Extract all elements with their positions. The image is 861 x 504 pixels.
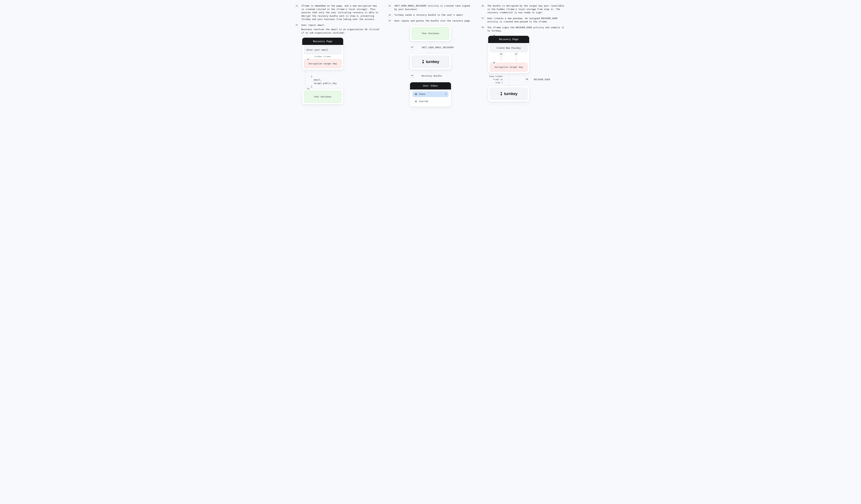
inbox-icon (414, 93, 417, 96)
chevron-down-icon: ⌄ (429, 51, 432, 54)
step-03: 03 INIT_USER_EMAIL_RECOVERY activity is … (387, 4, 474, 11)
step-badge-02: 02 (295, 24, 299, 27)
step-badge-06: 06 (480, 4, 485, 8)
your-business-slot-mid: Your business (412, 27, 449, 39)
step-text-06: The bundle is decrypted by the target ke… (487, 4, 566, 14)
connector-label-04: Recovery Bundle (422, 74, 442, 78)
recovery-page-card-right: 05 Recovery Page Create New Passkey 05 0… (488, 36, 529, 73)
recovery-page-header-right: Recovery Page (488, 36, 529, 43)
your-business-card-left: 02 Your business (302, 89, 343, 104)
step-text-05: User copies and pastes the bundle into t… (394, 19, 474, 23)
connector-04: 04 Recovery Bundle ⌄ (410, 70, 451, 82)
user-inbox-header: User Inbox (410, 82, 451, 89)
step-badge-07: 07 (480, 17, 485, 20)
turnkey-logo: turnkey (412, 56, 449, 68)
step-text-03: INIT_USER_EMAIL_RECOVERY activity is cre… (394, 4, 474, 11)
split-arrows: 05 07 ⌄ ⌄ (490, 54, 528, 60)
column-left: 01 Iframe is embedded on the page, and a… (295, 4, 381, 107)
step-08: 08 The iframe signs the RECOVER_USER act… (480, 26, 566, 32)
step-badge-03: 03 (387, 4, 392, 8)
recovery-page-header: Recovery Page (302, 38, 343, 45)
connector-left-payload: ⌄ { email, target_public_key } (302, 70, 343, 89)
payload-json: { email, target_public_key } (311, 75, 337, 88)
email-input[interactable]: Enter your email (304, 46, 341, 54)
encryption-target-key-right: 06 encryption target key (490, 63, 528, 71)
turnkey-mark-icon (500, 92, 503, 95)
step-text-01: Iframe is embedded on the page, and a ne… (301, 4, 381, 21)
chevron-down-icon: ⌄ (515, 58, 518, 60)
connector-08: 08 Same hidden frame as step 1 RECOVER_U… (488, 73, 529, 86)
step-01: 01 Iframe is embedded on the page, and a… (295, 4, 381, 21)
recovery-page-card: Recovery Page Enter your email (hidden i… (302, 38, 343, 70)
turnkey-logo-right: turnkey (490, 88, 528, 100)
same-frame-note: Same hidden frame as step 1 (488, 75, 503, 84)
step-badge-01: 01 (295, 4, 299, 8)
svg-point-0 (423, 60, 424, 61)
encryption-target-key-label-right: encryption target key (494, 66, 523, 68)
connector-label-08: RECOVER_USER (534, 78, 550, 81)
step-text-02a: User inputs email. (301, 24, 381, 27)
step-text-02b: Business resolves the email to an organi… (301, 28, 381, 34)
your-business-slot-left: Your business (304, 91, 341, 103)
column-right: 06 The bundle is decrypted by the target… (480, 4, 566, 107)
right-stack: 05 Recovery Page Create New Passkey 05 0… (488, 36, 529, 102)
chevron-down-icon: ⌄ (500, 58, 503, 60)
step-badge-08: 08 (480, 26, 485, 30)
chevron-down-icon: ⌄ (507, 83, 510, 86)
step-07: 07 User creates a new passkey. An unsign… (480, 17, 566, 24)
left-stack: Recovery Page Enter your email (hidden i… (302, 38, 343, 104)
step-04: 04 Turnkey sends a recovery bundle to th… (387, 13, 474, 17)
starred-row-label: Starred (419, 100, 447, 103)
connector-label-03: INIT_USER_EMAIL_RECOVERY (422, 46, 454, 49)
step-text-04: Turnkey sends a recovery bundle to the u… (394, 13, 474, 17)
inbox-list: Inbox 1 Starred (412, 90, 449, 105)
svg-point-2 (501, 92, 502, 93)
turnkey-mark-icon (422, 60, 424, 64)
connector-badge-03: 03 (410, 46, 414, 50)
slot-badge-02: 02 (306, 87, 311, 91)
encryption-target-key-label: encryption target key (309, 62, 337, 65)
turnkey-wordmark-right: turnkey (504, 91, 517, 97)
star-icon (414, 100, 417, 103)
step-badge-04: 04 (387, 13, 392, 17)
create-passkey-button[interactable]: Create New Passkey (490, 44, 528, 52)
step-02: 02 User inputs email. Business resolves … (295, 24, 381, 34)
slot-badge-06: 06 (492, 61, 496, 65)
turnkey-wordmark: turnkey (426, 59, 439, 65)
user-inbox-card: User Inbox Inbox 1 (410, 82, 451, 107)
connector-badge-04: 04 (410, 74, 414, 78)
step-text-08: The iframe signs the RECOVER_USER activi… (487, 26, 566, 32)
column-middle: 03 INIT_USER_EMAIL_RECOVERY activity is … (387, 4, 474, 107)
turnkey-card-mid: turnkey (410, 54, 451, 70)
encryption-target-key: 01 encryption target key (304, 59, 341, 68)
middle-stack: Your business 03 INIT_USER_EMAIL_RECOVER… (410, 26, 451, 107)
connector-03: 03 INIT_USER_EMAIL_RECOVERY ⌄ (410, 41, 451, 54)
your-business-card-mid: Your business (410, 26, 451, 41)
step-text-07: User creates a new passkey. An unsigned … (487, 17, 566, 24)
chevron-down-icon: ⌄ (429, 79, 432, 82)
connector-badge-08: 08 (525, 78, 529, 81)
step-06: 06 The bundle is decrypted by the target… (480, 4, 566, 14)
flow-diagram: 01 Iframe is embedded on the page, and a… (295, 4, 566, 107)
step-badge-05: 05 (387, 19, 392, 23)
step-05: 05 User copies and pastes the bundle int… (387, 19, 474, 23)
iframe-hint: (hidden iframe) (304, 55, 341, 58)
inbox-row-starred[interactable]: Starred (412, 98, 449, 104)
inbox-row-label: Inbox (419, 93, 443, 96)
inbox-row-inbox[interactable]: Inbox 1 (412, 91, 449, 97)
turnkey-card-right: turnkey (488, 86, 529, 102)
slot-badge-01: 01 (306, 58, 311, 61)
inbox-row-count: 1 (445, 93, 447, 96)
